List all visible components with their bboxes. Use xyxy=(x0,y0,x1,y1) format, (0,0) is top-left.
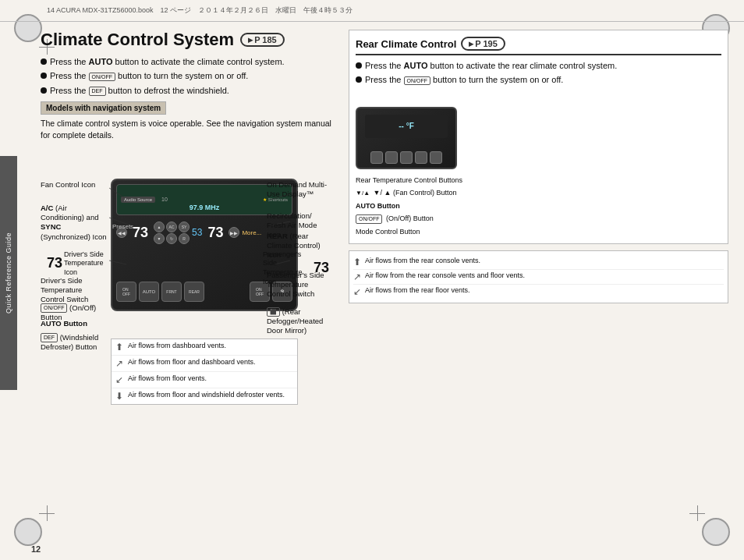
page: Quick Reference Guide 14 ACURA MDX-31TZ5… xyxy=(0,0,744,560)
rear-screen-display: -- °F xyxy=(399,122,414,130)
ac-btn[interactable]: AC xyxy=(166,222,177,232)
left-column: Climate Control System P 185 Press the A… xyxy=(41,30,337,405)
drivers-temp-label: Driver's Side Temperature Icon xyxy=(64,250,109,278)
presets-label: Presets xyxy=(112,223,133,230)
rear-unit-btn-5[interactable] xyxy=(430,151,442,164)
recirc-btn[interactable]: ↻ xyxy=(166,233,177,244)
rear-unit-controls xyxy=(361,151,452,164)
def-diag-icon: DEF xyxy=(41,333,58,342)
rear-unit-wrapper: -- °F xyxy=(356,91,721,238)
rear-auto-label: AUTO Button xyxy=(356,202,400,210)
sync-btn[interactable]: SY xyxy=(179,222,190,232)
rear-unit-screen: -- °F xyxy=(365,115,448,138)
header-bar: 14 ACURA MDX-31TZ56000.book 12 ページ ２０１４年… xyxy=(0,0,744,22)
bullet-dot xyxy=(41,87,47,94)
rear-bullet-text-1: Press the AUTO button to activate the re… xyxy=(365,60,617,72)
def-icon-inline: DEF xyxy=(89,87,106,96)
page-number: 12 xyxy=(31,544,41,554)
screen-source-label: Audio Source xyxy=(121,197,155,203)
rear-bullet-1: Press the AUTO button to activate the re… xyxy=(356,60,721,72)
temp-73-left: 73 xyxy=(47,254,62,272)
next-btn[interactable]: ▶▶ xyxy=(229,227,239,238)
onoff-btn[interactable]: ONOFF xyxy=(116,282,136,302)
bullet-text-1: Press the AUTO button to activate the cl… xyxy=(50,56,285,68)
airflow-row-4: ⬇ Air flows from floor and windshield de… xyxy=(112,388,297,404)
airflow-row-1: ⬆ Air flows from dashboard vents. xyxy=(112,339,297,356)
airflow-text-2: Air flows from floor and dashboard vents… xyxy=(128,358,256,367)
bullet-text-2: Press the ON/OFF button to turn the syst… xyxy=(50,70,248,82)
rear-unit-btn-4[interactable] xyxy=(415,151,427,164)
driver-temp-icon-label: 73 Driver's Side Temperature Icon xyxy=(47,250,109,278)
rear-bullet-dot-1 xyxy=(356,62,362,69)
defroster-label: DEF (Windshield Defroster) Button xyxy=(41,333,107,353)
passenger-switch-text: Passenger's Side Temperature Control Swi… xyxy=(267,271,324,299)
rear2-btn[interactable]: REAR xyxy=(184,282,204,302)
onoff-diag-icon: ON/OFF xyxy=(41,303,67,312)
header-text: 14 ACURA MDX-31TZ56000.book 12 ページ ２０１４年… xyxy=(47,5,353,16)
rear-bullet-list: Press the AUTO button to activate the re… xyxy=(356,60,721,87)
ac-sync-label: A/C (Air Conditioning) and SYNC (Synchro… xyxy=(41,204,107,242)
page-ref-badge: P 185 xyxy=(240,33,285,47)
main-content: Climate Control System P 185 Press the A… xyxy=(17,22,744,537)
rear-unit: -- °F xyxy=(356,107,457,169)
onoff-icon-inline: ON/OFF xyxy=(89,73,115,82)
auto-text: AUTO Button xyxy=(41,319,87,328)
bullet-text-3: Press the DEF button to defrost the wind… xyxy=(50,85,229,97)
rear-airflow-text-2: Air flow from the rear console vents and… xyxy=(365,271,525,281)
fan-up[interactable]: ▲ xyxy=(154,222,165,232)
airflow-icon-3: ↙ xyxy=(115,374,123,385)
middle-controls: ▲ AC SY ▼ ↻ R xyxy=(154,222,190,244)
bullet-dot xyxy=(41,73,47,79)
passenger-switch-label: Passenger's Side Temperature Control Swi… xyxy=(267,271,329,299)
fan-control-label: Fan Control Icon xyxy=(41,180,95,190)
rear-airflow-icon-1: ⬆ xyxy=(353,257,361,268)
rear-content: -- °F xyxy=(356,91,721,238)
nav-section-label: Models with navigation system xyxy=(41,101,166,115)
rear-airflow-text-1: Air flows from the rear console vents. xyxy=(365,257,480,266)
rear-unit-btn-2[interactable] xyxy=(385,151,398,164)
rear-title-text: Rear Climate Control xyxy=(356,38,456,50)
front-btn[interactable]: FRNT xyxy=(161,282,182,302)
rear-airflow-row-2: ↗ Air flow from the rear console vents a… xyxy=(353,270,724,285)
airflow-icon-4: ⬇ xyxy=(115,391,123,402)
rear-onoff-icon: ON/OFF xyxy=(404,76,430,86)
rear-label-onoff: ON/OFF (On/Off) Button xyxy=(356,214,721,225)
rear-onoff-btn-icon: ON/OFF xyxy=(356,214,382,225)
rear-airflow-row-3: ↙ Air flows from the rear floor vents. xyxy=(353,285,724,299)
temp-right: 73 xyxy=(204,225,226,241)
rear-airflow-row-1: ⬆ Air flows from the rear console vents. xyxy=(353,255,724,270)
airflow-table: ⬆ Air flows from dashboard vents. ↗ Air … xyxy=(111,338,298,405)
airflow-icon-1: ⬆ xyxy=(115,342,123,353)
rear-section: Rear Climate Control P 195 Press the AUT… xyxy=(349,30,728,244)
rear-ref-badge: P 195 xyxy=(461,37,505,51)
ac-sync-text: A/C (Air Conditioning) and SYNC (Synchro… xyxy=(41,204,106,241)
rear-bullet-dot-2 xyxy=(356,76,362,83)
auto-label: AUTO Button xyxy=(41,319,87,328)
rear-airflow-icon-3: ↙ xyxy=(353,286,361,297)
fan-down[interactable]: ▼ xyxy=(154,233,165,244)
rear-unit-btn-3[interactable] xyxy=(400,151,413,164)
airflow-icon-2: ↗ xyxy=(115,358,123,369)
rear-airflow-table: ⬆ Air flows from the rear console vents.… xyxy=(349,250,728,303)
page-title: Climate Control System P 185 xyxy=(41,30,337,50)
freq-mid: 53 xyxy=(192,227,202,238)
bullet-item-3: Press the DEF button to defrost the wind… xyxy=(41,85,337,97)
screen-number: 10 xyxy=(161,197,168,202)
two-col-layout: Climate Control System P 185 Press the A… xyxy=(41,30,728,405)
title-text: Climate Control System xyxy=(41,30,234,50)
more-btn[interactable]: More... xyxy=(242,229,261,236)
rear-unit-btn-1[interactable] xyxy=(370,151,383,164)
airflow-row-3: ↙ Air flows from floor vents. xyxy=(112,372,297,388)
side-tab: Quick Reference Guide xyxy=(0,156,17,390)
rear-btn[interactable]: R xyxy=(179,233,190,244)
bullet-list: Press the AUTO button to activate the cl… xyxy=(41,56,337,97)
rear-label-mode: Mode Control Button xyxy=(356,227,721,238)
rear-airflow-text-3: Air flows from the rear floor vents. xyxy=(365,286,470,296)
ondemand-text: On Demand Multi-Use Display™ xyxy=(267,180,327,198)
auto-btn[interactable]: AUTO xyxy=(139,282,159,302)
rear-label-fan: ▼/▲ ▼/ ▲ (Fan Control) Button xyxy=(356,188,721,199)
airflow-text-4: Air flows from floor and windshield defr… xyxy=(128,391,285,400)
screen-freq: 97.9 MHz xyxy=(190,204,220,211)
rear-bullet-text-2: Press the ON/OFF button to turn the syst… xyxy=(365,74,563,86)
rear-defog-icon: ⬛ xyxy=(267,307,280,316)
